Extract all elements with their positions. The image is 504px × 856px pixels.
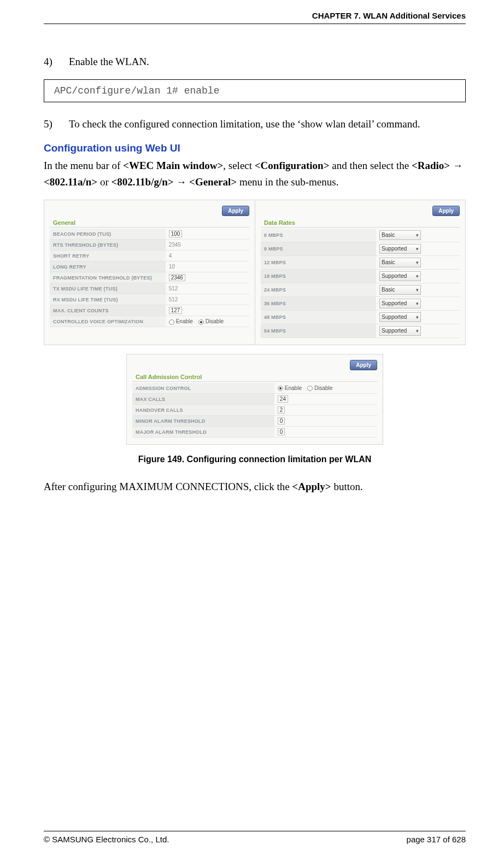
label-major-alarm-threshold: MAJOR ALARM THRESHOLD <box>132 427 274 438</box>
para-text: and then select the <box>330 160 412 171</box>
general-title: General <box>50 218 249 228</box>
rts-threshold-value: 2345 <box>166 240 249 251</box>
step-4-number: 4) <box>44 54 59 69</box>
label-9mbps: 9 MBPS <box>261 242 376 255</box>
802-11b-g-n-menu: <802.11b/g/n> <box>112 176 174 188</box>
copyright: © SAMSUNG Electronics Co., Ltd. <box>44 835 169 844</box>
code-block: APC/configure/wlan 1# enable <box>44 79 466 102</box>
step-4: 4) Enable the WLAN. <box>44 54 466 69</box>
configuration-menu: <Configuration> <box>255 160 330 171</box>
general-table: BEACON PERIOD (TUS)100 RTS THRESHOLD (BY… <box>50 229 249 328</box>
radio-enable[interactable] <box>278 386 283 391</box>
major-alarm-input[interactable]: 0 <box>278 428 285 435</box>
admission-control-radio[interactable]: Enable Disable <box>278 385 333 391</box>
step-5-text: To check the configured connection limit… <box>69 117 420 132</box>
label-6mbps: 6 MBPS <box>261 229 376 242</box>
label-handover-calls: HANDOVER CALLS <box>132 405 274 416</box>
figure-caption: Figure 149. Configuring connection limit… <box>44 455 466 464</box>
step-5-number: 5) <box>44 117 59 132</box>
radio-menu: <Radio> <box>412 160 450 171</box>
max-client-counts-input[interactable]: 127 <box>169 307 183 314</box>
para-text: or <box>97 176 111 188</box>
802-11a-n-menu: <802.11a/n> <box>44 176 97 188</box>
para-text: , select <box>223 160 255 171</box>
rate-18mbps-select[interactable]: Supported <box>379 271 421 281</box>
para-text: menu in the sub-menus. <box>237 176 338 188</box>
rate-9mbps-select[interactable]: Supported <box>379 244 421 254</box>
apply-button[interactable]: Apply <box>222 206 249 216</box>
minor-alarm-input[interactable]: 0 <box>278 417 285 424</box>
radio-enable-label: Enable <box>285 385 302 391</box>
label-24mbps: 24 MBPS <box>261 283 376 296</box>
wec-main-window: <WEC Main window> <box>123 160 223 171</box>
data-rates-table: 6 MBPSBasic 9 MBPSSupported 12 MBPSBasic… <box>261 229 460 338</box>
para-text: In the menu bar of <box>44 160 123 171</box>
radio-disable-label: Disable <box>314 385 332 391</box>
section-heading: Configuration using Web UI <box>44 142 466 154</box>
handover-calls-input[interactable]: 2 <box>278 406 285 414</box>
radio-enable[interactable] <box>169 319 174 325</box>
running-header: CHAPTER 7. WLAN Additional Services <box>44 11 466 24</box>
label-rx-msdu: RX MSDU LIFE TIME (TUS) <box>50 294 166 305</box>
rate-36mbps-select[interactable]: Supported <box>379 299 421 308</box>
long-retry-value: 10 <box>166 261 249 272</box>
short-retry-value: 4 <box>166 251 249 261</box>
rx-msdu-value: 512 <box>166 294 249 305</box>
rate-12mbps-select[interactable]: Basic <box>379 258 421 267</box>
radio-disable[interactable] <box>198 319 204 325</box>
label-54mbps: 54 MBPS <box>261 324 376 337</box>
label-36mbps: 36 MBPS <box>261 296 376 310</box>
cac-table: ADMISSION CONTROL Enable Disable MAX CAL… <box>132 383 377 438</box>
arrow-icon: → <box>174 176 190 188</box>
after-paragraph: After configuring MAXIMUM CONNECTIONS, c… <box>44 479 466 494</box>
apply-label: <Apply> <box>292 481 331 492</box>
max-calls-input[interactable]: 24 <box>278 395 288 403</box>
general-menu: <General> <box>189 176 237 188</box>
rate-54mbps-select[interactable]: Supported <box>379 326 421 336</box>
tx-msdu-value: 512 <box>166 283 249 294</box>
label-max-calls: MAX CALLS <box>132 394 274 405</box>
label-12mbps: 12 MBPS <box>261 255 376 269</box>
code-line: APC/configure/wlan 1# enable <box>54 85 219 96</box>
voice-optimization-radio[interactable]: Enable Disable <box>169 318 224 324</box>
radio-disable[interactable] <box>307 386 313 391</box>
section-paragraph: In the menu bar of <WEC Main window>, se… <box>44 158 466 190</box>
radio-disable-label: Disable <box>206 318 224 324</box>
label-rts-threshold: RTS THRESHOLD (BYTES) <box>50 240 166 251</box>
rate-48mbps-select[interactable]: Supported <box>379 312 421 322</box>
cac-title: Call Admission Control <box>132 372 377 382</box>
para-text: After configuring MAXIMUM CONNECTIONS, c… <box>44 481 292 492</box>
data-rates-panel: Apply Data Rates 6 MBPSBasic 9 MBPSSuppo… <box>255 200 466 345</box>
label-tx-msdu: TX MSDU LIFE TIME (TUS) <box>50 283 166 294</box>
label-48mbps: 48 MBPS <box>261 310 376 324</box>
general-panel: Apply General BEACON PERIOD (TUS)100 RTS… <box>44 200 255 345</box>
label-fragmentation-threshold: FRAGMENTATION THRESHOLD (BYTES) <box>50 272 166 283</box>
call-admission-control-panel: Apply Call Admission Control ADMISSION C… <box>126 354 383 445</box>
rate-6mbps-select[interactable]: Basic <box>379 230 421 240</box>
label-18mbps: 18 MBPS <box>261 269 376 283</box>
step-5: 5) To check the configured connection li… <box>44 117 466 132</box>
label-minor-alarm-threshold: MINOR ALARM THRESHOLD <box>132 416 274 427</box>
radio-enable-label: Enable <box>176 318 193 324</box>
fragmentation-threshold-input[interactable]: 2346 <box>169 274 185 281</box>
para-text: button. <box>331 481 363 492</box>
figure-149: Apply General BEACON PERIOD (TUS)100 RTS… <box>44 200 466 465</box>
step-4-text: Enable the WLAN. <box>69 54 149 69</box>
label-beacon-period: BEACON PERIOD (TUS) <box>50 229 166 240</box>
page-footer: © SAMSUNG Electronics Co., Ltd. page 317… <box>44 831 466 844</box>
label-long-retry: LONG RETRY <box>50 261 166 272</box>
page-number: page 317 of 628 <box>407 835 466 844</box>
data-rates-title: Data Rates <box>261 218 460 228</box>
label-voice-optimization: CONTROLLED VOICE OPTIMIZATION <box>50 316 166 327</box>
label-admission-control: ADMISSION CONTROL <box>132 383 274 394</box>
apply-button[interactable]: Apply <box>432 206 460 216</box>
rate-24mbps-select[interactable]: Basic <box>379 285 421 295</box>
beacon-period-input[interactable]: 100 <box>169 230 183 237</box>
apply-button[interactable]: Apply <box>350 360 377 370</box>
arrow-icon: → <box>450 160 463 171</box>
label-max-client-counts: MAX. CLIENT COUNTS <box>50 305 166 316</box>
label-short-retry: SHORT RETRY <box>50 251 166 261</box>
